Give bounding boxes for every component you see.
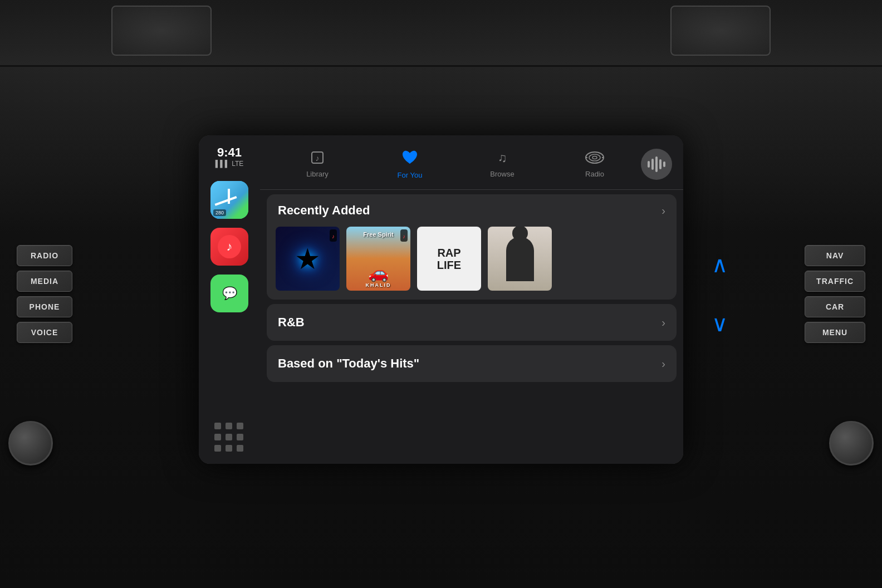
- svg-text:♪: ♪: [227, 239, 233, 253]
- traffic-button[interactable]: TRAFFIC: [805, 271, 865, 292]
- browse-icon: ♫: [494, 150, 510, 168]
- apple-music-icon-2: ♪: [403, 233, 405, 239]
- radio-svg: [585, 150, 605, 165]
- home-dot-1: [214, 423, 221, 429]
- library-label: Library: [306, 170, 329, 178]
- main-content: ♪ Library For You: [260, 135, 683, 464]
- recently-added-section: Recently Added › ♪ ★: [267, 194, 677, 300]
- todays-hits-section: Based on "Today's Hits" ›: [267, 345, 677, 382]
- radio-button[interactable]: RADIO: [17, 245, 72, 266]
- sidebar: 9:41 ▌▌▌ LTE 280: [199, 135, 260, 464]
- neon-star-icon: ★: [295, 242, 321, 276]
- svg-text:♪: ♪: [316, 154, 320, 163]
- rnb-title: R&B: [278, 315, 305, 330]
- music-badge-1: ♪: [330, 229, 337, 242]
- speaker-left: [111, 6, 212, 56]
- nav-arrows: ∧ ∨: [712, 252, 728, 336]
- apple-music-icon-1: ♪: [332, 233, 335, 239]
- radio-tab-icon: [585, 150, 605, 168]
- tab-library[interactable]: ♪ Library: [271, 145, 364, 183]
- life-text: LIFE: [437, 259, 461, 271]
- browse-svg: ♫: [494, 150, 510, 165]
- library-icon: ♪: [310, 150, 325, 168]
- home-dot-3: [237, 423, 243, 429]
- khalid-label: KHALID: [366, 282, 391, 288]
- rap-life-text: RAP LIFE: [437, 247, 461, 271]
- todays-hits-row[interactable]: Based on "Today's Hits" ›: [267, 345, 677, 382]
- recently-added-header[interactable]: Recently Added ›: [267, 194, 677, 227]
- siri-bar-4: [659, 159, 661, 169]
- maps-road-1: [214, 196, 237, 206]
- music-app-icon[interactable]: ♪: [210, 228, 248, 266]
- home-dot-8: [226, 445, 232, 452]
- messages-icon-svg: 💬: [218, 282, 241, 305]
- nav-bar: ♪ Library For You: [260, 135, 683, 189]
- media-button[interactable]: MEDIA: [17, 271, 72, 292]
- for-you-label: For You: [398, 171, 423, 179]
- svg-point-9: [592, 156, 597, 159]
- right-knob[interactable]: [829, 421, 874, 465]
- power-knob[interactable]: [8, 421, 53, 465]
- recently-added-chevron: ›: [661, 204, 665, 217]
- tab-for-you[interactable]: For You: [364, 144, 456, 184]
- album-row: ♪ ★ Free Spirit 🚗 KHALID: [267, 227, 677, 300]
- album-star[interactable]: ♪ ★: [276, 227, 340, 291]
- siri-bar-2: [651, 159, 654, 170]
- home-dot-4: [214, 434, 221, 440]
- siri-bar-3: [655, 156, 658, 172]
- svg-point-8: [589, 154, 600, 161]
- todays-hits-title: Based on "Today's Hits": [278, 356, 419, 371]
- home-dot-9: [237, 445, 243, 452]
- maps-icon-content: 280: [210, 181, 248, 219]
- car-button[interactable]: CAR: [805, 296, 865, 317]
- status-signal: ▌▌▌ LTE: [215, 160, 244, 168]
- messages-app-icon[interactable]: 💬: [210, 275, 248, 312]
- silhouette-body: [506, 237, 534, 281]
- carplay-screen: 9:41 ▌▌▌ LTE 280: [199, 135, 683, 464]
- album-free-spirit[interactable]: Free Spirit 🚗 KHALID ♪: [346, 227, 410, 291]
- rnb-section: R&B ›: [267, 304, 677, 341]
- siri-bars: [648, 156, 665, 172]
- svg-text:♫: ♫: [498, 151, 507, 165]
- free-spirit-label: Free Spirit: [363, 231, 393, 238]
- album-silhouette[interactable]: [488, 227, 552, 291]
- for-you-icon: [401, 149, 419, 169]
- rap-text: RAP: [437, 247, 461, 259]
- nav-button[interactable]: NAV: [805, 245, 865, 266]
- svg-point-7: [586, 152, 604, 163]
- status-bar: 9:41 ▌▌▌ LTE: [215, 146, 244, 168]
- tab-radio[interactable]: Radio: [548, 145, 641, 183]
- rnb-chevron: ›: [661, 316, 665, 329]
- home-dot-5: [226, 434, 232, 440]
- screen-area: 9:41 ▌▌▌ LTE 280: [199, 124, 683, 464]
- scroll-content: Recently Added › ♪ ★: [260, 190, 683, 464]
- status-time: 9:41: [215, 146, 244, 159]
- rnb-row[interactable]: R&B ›: [267, 304, 677, 341]
- scroll-down-arrow[interactable]: ∨: [712, 311, 728, 336]
- dashboard: RADIO MEDIA PHONE VOICE NAV TRAFFIC CAR …: [0, 0, 882, 588]
- library-svg: ♪: [310, 150, 325, 165]
- radio-label: Radio: [585, 170, 604, 178]
- now-playing-button[interactable]: [641, 149, 672, 180]
- home-grid[interactable]: [214, 423, 244, 453]
- tab-browse[interactable]: ♫ Browse: [456, 145, 548, 183]
- maps-app-icon[interactable]: 280: [210, 181, 248, 219]
- silhouette-figure-container: [506, 237, 534, 281]
- siri-bar-5: [663, 161, 665, 167]
- todays-hits-chevron: ›: [661, 357, 665, 370]
- music-icon-svg: ♪: [218, 235, 241, 258]
- right-button-panel: NAV TRAFFIC CAR MENU: [805, 245, 865, 343]
- home-dot-2: [226, 423, 232, 429]
- svg-text:💬: 💬: [222, 286, 238, 301]
- recently-added-title: Recently Added: [278, 203, 370, 218]
- heart-svg: [401, 149, 419, 166]
- home-dot-7: [214, 445, 221, 452]
- album-rap-life[interactable]: RAP LIFE: [417, 227, 481, 291]
- maps-road-2: [228, 189, 230, 204]
- desert-car-icon: 🚗: [368, 263, 389, 282]
- scroll-up-arrow[interactable]: ∧: [712, 252, 728, 277]
- siri-bar-1: [648, 161, 650, 168]
- phone-button[interactable]: PHONE: [17, 296, 72, 317]
- menu-button[interactable]: MENU: [805, 322, 865, 343]
- voice-button[interactable]: VOICE: [17, 322, 72, 343]
